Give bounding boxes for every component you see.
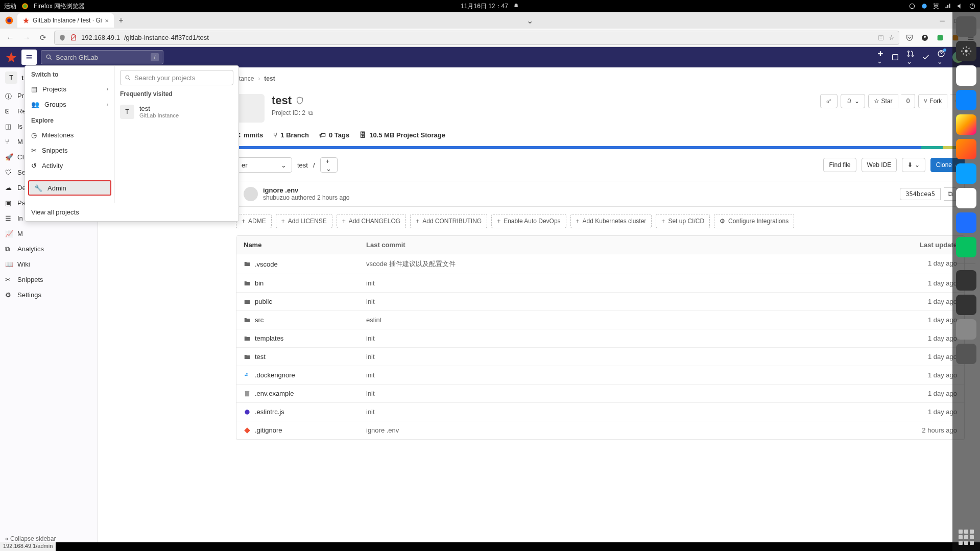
network-icon[interactable] [944, 3, 951, 10]
table-row[interactable]: bininit1 day ago [236, 274, 964, 293]
chip-cicd[interactable]: + Set up CI/CD [656, 214, 710, 228]
input-method-indicator[interactable]: 英 [933, 2, 939, 11]
url-bar[interactable]: 192.168.49.1/gitlab-instance-4ff37cd1/te… [54, 31, 899, 45]
activities-menu[interactable]: 活动 [4, 2, 16, 11]
chip-autodevops[interactable]: + Enable Auto DevOps [491, 214, 566, 228]
dock-app4-icon[interactable] [956, 188, 976, 208]
tags-stat[interactable]: 🏷 0 Tags [319, 131, 349, 139]
pocket-icon[interactable] [905, 34, 914, 42]
chip-license[interactable]: + Add LICENSE [276, 214, 332, 228]
view-all-projects-link[interactable]: View all projects [25, 203, 238, 221]
tab-close-icon[interactable]: × [105, 17, 109, 25]
volume-icon[interactable] [957, 3, 964, 10]
language-bar[interactable] [236, 146, 965, 149]
notification-button[interactable]: ⌄ [841, 94, 865, 108]
chip-contributing[interactable]: + Add CONTRIBUTING [410, 214, 487, 228]
sidebar-item-analytics[interactable]: ⧉Analytics [0, 241, 98, 256]
file-name[interactable]: src [255, 316, 264, 324]
breadcrumb-current[interactable]: test [264, 75, 275, 82]
chip-readme[interactable]: + ADME [236, 214, 272, 228]
file-name[interactable]: bin [255, 279, 264, 287]
file-commit[interactable]: init [366, 390, 896, 397]
web-ide-button[interactable]: Web IDE [862, 158, 897, 172]
star-button[interactable]: ☆ Star [868, 94, 898, 108]
table-row[interactable]: .gitignoreignore .env2 hours ago [236, 421, 964, 440]
extension1-icon[interactable] [936, 34, 944, 42]
dock-settings-icon[interactable] [956, 41, 976, 61]
project-search-input[interactable]: Search your projects [120, 70, 233, 85]
back-button[interactable]: ← [5, 33, 15, 42]
merge-requests-icon[interactable]: ⌄ [906, 50, 915, 65]
table-row[interactable]: .eslintrc.jsinit1 day ago [236, 403, 964, 421]
create-new-dropdown[interactable]: ⌄ [877, 50, 884, 65]
table-row[interactable]: srceslint1 day ago [236, 311, 964, 329]
new-tab-button[interactable]: + [114, 13, 128, 28]
globe-icon[interactable] [921, 3, 928, 10]
ubuntu-icon[interactable] [909, 3, 916, 10]
path-segment[interactable]: test [297, 161, 308, 169]
tabs-dropdown-icon[interactable]: ⌄ [527, 16, 533, 26]
reload-button[interactable]: ⟳ [38, 33, 48, 42]
commit-sha[interactable]: 354bcea5 [900, 188, 941, 200]
sidebar-item-settings[interactable]: ⚙Settings [0, 287, 98, 302]
clock[interactable]: 11月16日 12：47 [461, 2, 508, 11]
fork-button[interactable]: ⑂ Fork [918, 94, 947, 108]
main-menu-button[interactable] [21, 50, 37, 65]
commit-title[interactable]: ignore .env [263, 186, 349, 194]
dock-app3-icon[interactable] [956, 163, 976, 184]
sidebar-item[interactable]: 📈M [0, 226, 98, 241]
file-name[interactable]: .gitignore [255, 426, 282, 434]
file-name[interactable]: .eslintrc.js [255, 408, 284, 416]
dock-app2-icon[interactable] [956, 114, 976, 135]
dock-terminal-icon[interactable] [956, 270, 976, 291]
table-row[interactable]: .env.exampleinit1 day ago [236, 385, 964, 403]
file-name[interactable]: .dockerignore [255, 371, 295, 379]
gitlab-logo-icon[interactable] [5, 51, 17, 63]
notification-icon[interactable] [513, 3, 519, 9]
dock-files-icon[interactable] [956, 16, 976, 37]
file-name[interactable]: templates [255, 334, 283, 342]
file-name[interactable]: .env.example [255, 390, 294, 397]
storage-stat[interactable]: 🗄 10.5 MB Project Storage [360, 131, 445, 139]
file-commit[interactable]: init [366, 298, 896, 305]
menu-projects[interactable]: ▤ Projects › [25, 81, 114, 97]
dock-app6-icon[interactable] [956, 319, 976, 340]
file-name[interactable]: test [255, 353, 266, 361]
power-icon[interactable] [969, 3, 976, 10]
file-commit[interactable]: ignore .env [366, 426, 896, 434]
todos-icon[interactable] [922, 53, 930, 61]
menu-admin[interactable]: 🔧Admin [28, 180, 111, 196]
file-commit[interactable]: eslint [366, 316, 896, 324]
table-row[interactable]: .vscodevscode 插件建议以及配置文件1 day ago [236, 254, 964, 274]
menu-activity[interactable]: ↺Activity [25, 158, 114, 173]
show-applications-button[interactable] [959, 530, 974, 545]
add-file-dropdown[interactable]: + ⌄ [320, 157, 338, 173]
find-file-button[interactable]: Find file [823, 158, 856, 172]
file-commit[interactable]: vscode 插件建议以及配置文件 [366, 259, 896, 269]
sidebar-item-wiki[interactable]: 📖Wiki [0, 256, 98, 272]
help-icon[interactable]: ⌄ [937, 50, 945, 65]
dock-vscode-icon[interactable] [956, 90, 976, 110]
dock-app-icon[interactable] [956, 65, 976, 86]
table-row[interactable]: templatesinit1 day ago [236, 329, 964, 348]
commits-stat[interactable]: ⧗ mmits [236, 131, 263, 139]
reader-mode-icon[interactable] [877, 34, 885, 41]
file-commit[interactable]: init [366, 353, 896, 361]
account-icon[interactable] [921, 34, 929, 42]
bookmark-star-icon[interactable]: ☆ [889, 34, 895, 41]
chip-changelog[interactable]: + Add CHANGELOG [337, 214, 406, 228]
menu-milestones[interactable]: ◷Milestones [25, 127, 114, 142]
menu-groups[interactable]: 👥 Groups › [25, 97, 114, 112]
file-commit[interactable]: init [366, 334, 896, 342]
file-name[interactable]: public [255, 298, 272, 305]
dock-app5-icon[interactable] [956, 212, 976, 233]
table-row[interactable]: .dockerignoreinit1 day ago [236, 366, 964, 385]
gitlab-search-input[interactable]: Search GitLab / [41, 50, 163, 64]
firefox-home-icon[interactable] [2, 13, 16, 28]
dock-trash-icon[interactable] [956, 344, 976, 364]
table-row[interactable]: testinit1 day ago [236, 348, 964, 366]
dock-monitor-icon[interactable] [956, 295, 976, 315]
star-count[interactable]: 0 [901, 94, 916, 108]
table-row[interactable]: publicinit1 day ago [236, 293, 964, 311]
copy-id-icon[interactable]: ⧉ [308, 109, 313, 116]
